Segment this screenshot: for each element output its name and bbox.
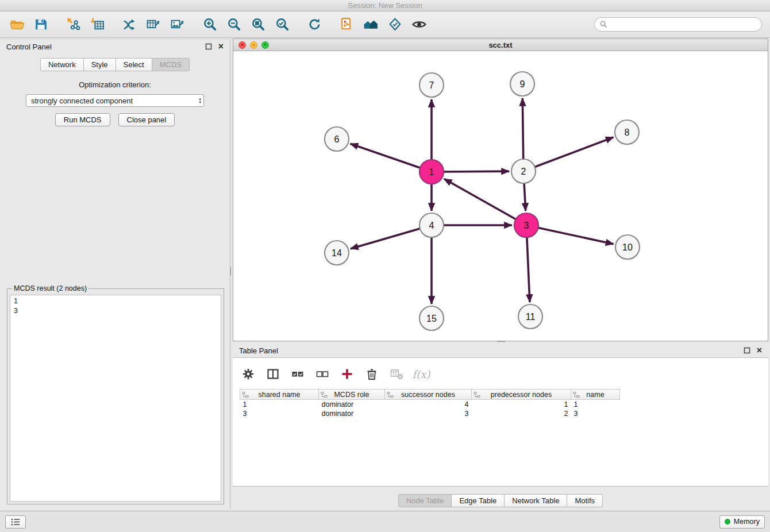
window-minimize-icon[interactable]: −: [250, 41, 257, 49]
control-panel-close-icon[interactable]: ×: [218, 43, 224, 50]
column-settings-icon[interactable]: [241, 367, 256, 381]
node-7[interactable]: 7: [419, 73, 444, 97]
node-9[interactable]: 9: [510, 72, 534, 96]
save-session-icon[interactable]: [32, 16, 49, 33]
zoom-out-icon[interactable]: [225, 16, 242, 33]
memory-button-label: Memory: [734, 518, 760, 526]
list-icon: [10, 518, 21, 526]
window-zoom-icon[interactable]: +: [261, 41, 269, 49]
node-2[interactable]: 2: [511, 159, 536, 183]
zoom-selected-icon[interactable]: [274, 16, 291, 33]
window-titlebar: Session: New Session: [0, 0, 770, 11]
node-label: 10: [622, 242, 633, 252]
select-all-icon[interactable]: [290, 367, 305, 381]
open-file-icon[interactable]: [8, 16, 25, 33]
column-header-successor-nodes[interactable]: successor nodes: [385, 390, 472, 400]
tab-network[interactable]: Network: [40, 58, 84, 71]
tab-network-table[interactable]: Network Table: [504, 494, 567, 507]
column-header-shared-name[interactable]: shared name: [240, 390, 319, 400]
control-panel-float-icon[interactable]: [205, 43, 212, 50]
network-window-title: scc.txt: [488, 41, 512, 49]
table-row[interactable]: 3dominator323: [240, 409, 764, 418]
show-columns-icon[interactable]: [265, 367, 280, 381]
toolbar-group: [121, 16, 186, 33]
table-cell: 3: [385, 409, 472, 418]
node-1[interactable]: 1: [419, 160, 444, 184]
column-header-label: successor nodes: [401, 391, 455, 399]
node-10[interactable]: 10: [615, 235, 640, 259]
edge-3-10[interactable]: [526, 225, 614, 244]
show-graphics-details-icon[interactable]: [338, 16, 355, 33]
mcds-result-box: MCDS result (2 nodes) 13: [7, 284, 224, 504]
table-panel-close-icon[interactable]: ×: [757, 347, 762, 354]
column-header-name[interactable]: name: [571, 390, 620, 400]
apply-style-icon[interactable]: [386, 16, 403, 33]
graph-canvas[interactable]: 7968124314101511: [233, 51, 768, 341]
sort-icon: [321, 391, 328, 398]
table-cell: 1: [240, 400, 319, 409]
export-table-icon[interactable]: [145, 16, 162, 33]
node-4[interactable]: 4: [419, 213, 444, 237]
table-panel-tabs: Node TableEdge TableNetwork TableMotifs: [233, 494, 768, 507]
toolbar-group: [64, 16, 106, 33]
network-view-window: × − + scc.txt 7968124314101511: [233, 38, 768, 341]
criterion-select[interactable]: strongly connected component ▴▾: [26, 94, 204, 107]
node-11[interactable]: 11: [518, 304, 542, 329]
node-14[interactable]: 14: [325, 241, 349, 265]
eye-icon[interactable]: [410, 16, 428, 33]
zoom-in-icon[interactable]: [201, 16, 218, 33]
node-label: 8: [625, 128, 630, 137]
edge-3-1[interactable]: [444, 179, 526, 225]
search-input[interactable]: [594, 17, 762, 32]
mcds-result-list[interactable]: 13: [10, 295, 221, 502]
node-8[interactable]: 8: [615, 120, 639, 144]
fit-home-icon[interactable]: [362, 16, 379, 33]
column-header-label: MCDS role: [334, 391, 369, 399]
toolbar-group: [8, 16, 49, 33]
window-title: Session: New Session: [348, 1, 422, 10]
refresh-icon[interactable]: [306, 16, 323, 33]
import-network-icon[interactable]: [64, 16, 82, 33]
tab-edge-table[interactable]: Edge Table: [451, 494, 505, 507]
export-network-icon[interactable]: [121, 16, 138, 33]
run-mcds-button[interactable]: Run MCDS: [55, 113, 110, 126]
node-6[interactable]: 6: [325, 127, 349, 151]
column-header-label: predecessor nodes: [491, 391, 552, 399]
delete-row-icon[interactable]: [364, 367, 379, 381]
mcds-panel-content: Optimization criterion: strongly connect…: [0, 80, 230, 126]
edge-2-8[interactable]: [523, 137, 614, 171]
table-row[interactable]: 1dominator411: [240, 400, 764, 409]
table-cell: 4: [385, 400, 472, 409]
tab-mcds[interactable]: MCDS: [152, 58, 190, 71]
node-label: 2: [521, 167, 526, 176]
task-history-button[interactable]: [5, 515, 26, 529]
import-table-icon[interactable]: [88, 16, 106, 33]
column-header-predecessor-nodes[interactable]: predecessor nodes: [472, 390, 571, 400]
tab-node-table[interactable]: Node Table: [398, 494, 452, 507]
memory-button[interactable]: Memory: [719, 515, 765, 529]
table-cell: 3: [571, 409, 620, 418]
table-panel-float-icon[interactable]: [744, 347, 750, 354]
node-table: shared nameMCDS rolesuccessor nodesprede…: [240, 389, 764, 418]
tab-motifs[interactable]: Motifs: [567, 494, 603, 507]
edge-1-6[interactable]: [351, 144, 432, 172]
node-15[interactable]: 15: [419, 306, 444, 330]
node-label: 6: [334, 134, 340, 144]
export-image-icon[interactable]: [169, 16, 186, 33]
column-header-MCDS-role[interactable]: MCDS role: [319, 390, 385, 400]
delete-table-icon: [389, 367, 404, 381]
deselect-all-icon[interactable]: [315, 367, 330, 381]
mcds-result-item: 3: [14, 306, 217, 316]
node-label: 14: [332, 248, 342, 258]
function-builder-icon: f(x): [414, 367, 429, 381]
close-panel-button[interactable]: Close panel: [118, 113, 175, 126]
window-close-icon[interactable]: ×: [238, 41, 246, 49]
sort-icon: [387, 391, 394, 398]
tab-style[interactable]: Style: [83, 58, 116, 71]
node-3[interactable]: 3: [514, 213, 538, 237]
table-cell: 1: [571, 400, 620, 409]
column-header-label: shared name: [259, 391, 301, 399]
zoom-fit-icon[interactable]: [249, 16, 267, 33]
tab-select[interactable]: Select: [116, 58, 152, 71]
add-row-icon[interactable]: [340, 367, 355, 381]
